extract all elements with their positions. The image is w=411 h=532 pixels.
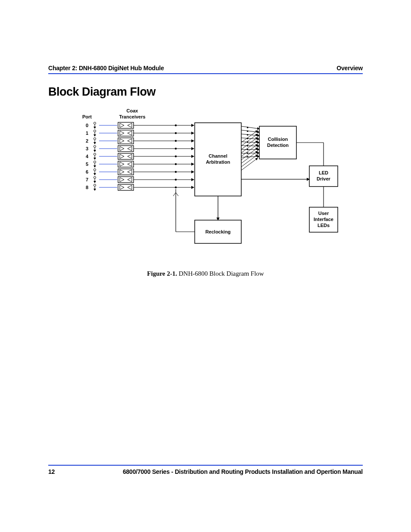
figure-caption-text: DNH-6800 Block Diagram Flow: [179, 270, 264, 277]
svg-point-17: [175, 132, 177, 134]
svg-text:Tranceivers: Tranceivers: [119, 114, 145, 119]
svg-point-4: [94, 122, 96, 124]
svg-text:2: 2: [86, 138, 88, 143]
svg-line-101: [241, 153, 259, 153]
svg-text:Driver: Driver: [317, 176, 331, 181]
svg-text:Reclocking: Reclocking: [206, 229, 231, 234]
svg-text:LEDs: LEDs: [318, 223, 330, 228]
svg-point-88: [247, 127, 249, 128]
svg-line-18: [241, 134, 258, 146]
svg-point-52: [94, 169, 96, 171]
section-title: Block Diagram Flow: [48, 85, 363, 99]
block-diagram: PortCoaxTranceivers012345678ChannelArbit…: [70, 105, 341, 253]
svg-point-41: [175, 156, 177, 157]
svg-point-94: [247, 138, 249, 140]
svg-text:Detection: Detection: [267, 143, 289, 148]
svg-text:Interface: Interface: [314, 217, 333, 222]
svg-point-92: [247, 134, 249, 136]
svg-point-28: [94, 146, 96, 148]
svg-point-68: [94, 184, 96, 187]
svg-line-74: [241, 158, 258, 170]
section-label: Overview: [336, 65, 363, 72]
svg-rect-15: [118, 130, 134, 136]
svg-point-100: [247, 149, 249, 150]
svg-line-34: [241, 141, 258, 153]
svg-text:Arbitration: Arbitration: [206, 159, 230, 165]
chapter-label: Chapter 2: DNH-6800 DigiNet Hub Module: [48, 65, 164, 72]
running-head: Chapter 2: DNH-6800 DigiNet Hub Module O…: [48, 65, 363, 74]
figure-caption: Figure 2-1. DNH-6800 Block Diagram Flow: [48, 270, 363, 277]
svg-line-10: [241, 131, 258, 143]
svg-line-97: [241, 146, 259, 146]
svg-point-57: [175, 171, 177, 173]
svg-text:Port: Port: [82, 114, 92, 119]
svg-point-102: [247, 152, 249, 154]
svg-text:Coax: Coax: [127, 108, 139, 113]
figure-number: Figure 2-1.: [147, 270, 177, 277]
svg-point-96: [247, 141, 249, 143]
svg-text:0: 0: [86, 123, 88, 128]
svg-point-90: [247, 131, 249, 132]
svg-point-49: [175, 163, 177, 165]
page-footer: 12 6800/7000 Series - Distribution and R…: [48, 465, 363, 475]
svg-rect-31: [118, 146, 134, 152]
svg-text:3: 3: [86, 146, 88, 151]
svg-point-33: [175, 148, 177, 149]
svg-point-73: [175, 187, 177, 188]
svg-rect-39: [118, 153, 134, 159]
svg-text:User: User: [318, 211, 329, 216]
svg-point-60: [94, 177, 96, 179]
svg-point-104: [247, 156, 249, 158]
manual-title: 6800/7000 Series - Distribution and Rout…: [123, 468, 363, 475]
svg-text:Collision: Collision: [268, 137, 288, 142]
svg-point-36: [94, 153, 96, 156]
svg-point-25: [175, 140, 177, 142]
svg-point-20: [94, 138, 96, 140]
page-number: 12: [48, 468, 55, 475]
svg-point-44: [94, 161, 96, 163]
svg-rect-55: [118, 169, 134, 175]
svg-rect-23: [118, 138, 134, 144]
svg-text:1: 1: [86, 131, 88, 136]
svg-point-65: [175, 179, 177, 180]
svg-rect-7: [118, 122, 134, 128]
svg-line-26: [241, 137, 258, 149]
svg-text:6: 6: [86, 169, 88, 174]
svg-text:7: 7: [86, 177, 88, 182]
svg-text:LED: LED: [319, 170, 328, 175]
svg-rect-47: [118, 161, 134, 167]
svg-point-98: [247, 145, 249, 147]
svg-rect-71: [118, 184, 134, 190]
svg-point-9: [175, 124, 177, 126]
svg-text:Channel: Channel: [209, 153, 227, 159]
svg-point-12: [94, 130, 96, 132]
svg-text:8: 8: [86, 185, 88, 190]
svg-line-87: [241, 126, 259, 129]
svg-text:5: 5: [86, 162, 88, 167]
svg-text:4: 4: [86, 154, 89, 159]
svg-rect-63: [118, 177, 134, 183]
figure: PortCoaxTranceivers012345678ChannelArbit…: [48, 105, 363, 277]
